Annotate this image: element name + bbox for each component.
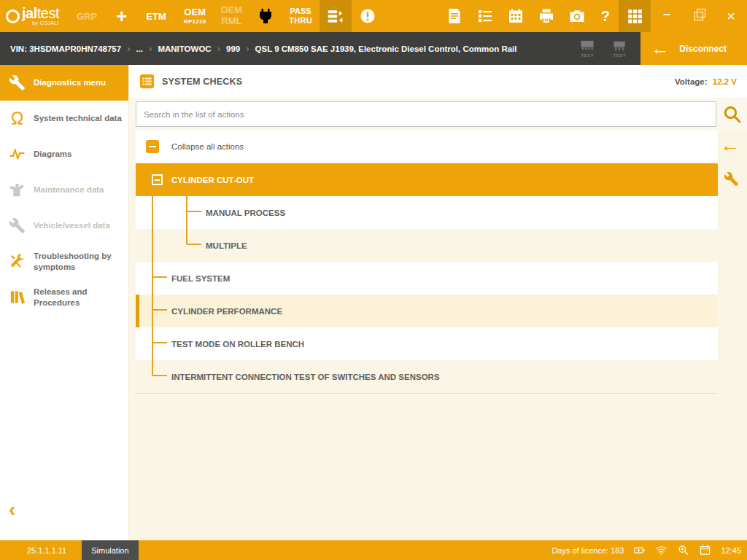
grp-button[interactable]: GRP — [66, 0, 107, 32]
crossed-tools-icon — [7, 253, 27, 270]
wifi-icon[interactable] — [655, 544, 667, 556]
search-icon[interactable] — [716, 104, 747, 125]
camera-icon[interactable] — [562, 0, 592, 32]
action-row-cylinder-performance[interactable]: CYLINDER PERFORMANCE — [136, 295, 718, 327]
collapse-node-icon[interactable] — [152, 174, 163, 185]
breadcrumb-separator: › — [149, 43, 152, 54]
section-header: SYSTEM CHECKS Voltage: 12.2 V — [129, 65, 747, 98]
main-panel: SYSTEM CHECKS Voltage: 12.2 V Collapse a… — [129, 65, 747, 540]
window-controls: – × — [651, 0, 747, 32]
voltage-indicator: Voltage: 12.2 V — [675, 77, 737, 86]
action-row-test-mode-on-roller-bench[interactable]: TEST MODE ON ROLLER BENCH — [136, 327, 718, 360]
report-icon[interactable] — [439, 0, 470, 32]
minimize-icon: – — [663, 7, 670, 26]
restore-icon — [694, 12, 703, 20]
collapse-all-actions[interactable]: Collapse all actions — [136, 131, 718, 163]
breadcrumb-system[interactable]: QSL 9 CM850 SAE J1939, Electronic Diesel… — [255, 44, 517, 53]
sidebar-collapse-chevron[interactable]: ‹ — [9, 499, 15, 520]
minimize-button[interactable]: – — [651, 0, 683, 32]
brand-name: jaltest — [22, 6, 59, 20]
printer-icon[interactable] — [531, 0, 562, 32]
sidebar-item-releases-and-procedures[interactable]: Releases and Procedures — [0, 279, 128, 315]
sidebar-item-maintenance-data[interactable]: Maintenance data — [0, 172, 128, 208]
brand-subtitle: by COJALI — [32, 21, 59, 26]
pass-thru-button[interactable]: PASS THRU — [282, 0, 320, 32]
content-area: Diagnostics menu System technical data D… — [0, 65, 747, 540]
jaltest-app: jaltest by COJALI GRP + ETM OEM RP1210 O… — [0, 0, 747, 560]
breadcrumb-separator: › — [127, 43, 130, 54]
apps-grid-icon — [626, 7, 644, 26]
diagnostics-connection-icon — [326, 7, 344, 26]
diagnostics-wrench-button[interactable] — [724, 171, 739, 187]
breadcrumb-model[interactable]: 999 — [226, 44, 240, 53]
waveform-icon — [7, 146, 27, 163]
oil-can-icon — [7, 182, 27, 198]
apps-grid-button[interactable] — [619, 0, 651, 32]
disconnect-button[interactable]: ← Disconnect — [640, 32, 747, 65]
breadcrumb-ellipsis[interactable]: ... — [136, 44, 143, 53]
action-row-intermittent-connection-test[interactable]: INTERMITTENT CONNECTION TEST OF SWITCHES… — [136, 360, 718, 394]
oem-rml-button[interactable]: OEM RML — [214, 0, 250, 32]
actions-list: Collapse all actions CYLINDER CUT-OUT MA… — [136, 131, 718, 394]
logo-gear-icon — [6, 9, 20, 23]
search-band — [129, 98, 747, 131]
jaltest-logo[interactable]: jaltest by COJALI — [0, 0, 66, 32]
sidebar-item-vehicle-vessel-data[interactable]: Vehicle/vessel data — [0, 208, 128, 244]
clock-time: 12:45 — [721, 546, 741, 555]
action-row-fuel-system[interactable]: FUEL SYSTEM — [136, 262, 718, 295]
calendar-icon[interactable] — [500, 0, 531, 32]
sidebar: Diagnostics menu System technical data D… — [0, 65, 129, 540]
action-row-multiple[interactable]: MULTIPLE — [136, 229, 718, 262]
battery-status-icon[interactable] — [633, 544, 646, 556]
add-vehicle-button[interactable]: + — [107, 0, 136, 32]
calendar-status-icon[interactable] — [699, 544, 711, 556]
sidebar-item-diagrams[interactable]: Diagrams — [0, 136, 128, 172]
status-bar: 25.1.1.1.11 Simulation Days of licence: … — [0, 540, 747, 560]
toolbar-right-group: ? – × — [439, 0, 747, 32]
wrench-icon — [724, 171, 739, 187]
top-toolbar: jaltest by COJALI GRP + ETM OEM RP1210 O… — [0, 0, 747, 32]
breadcrumb-make[interactable]: MANITOWOC — [158, 44, 211, 53]
version-number: 25.1.1.1.11 — [27, 546, 66, 555]
licence-days: Days of licence: 183 — [551, 546, 624, 555]
simulation-badge: Simulation — [82, 540, 138, 560]
restore-button[interactable] — [683, 0, 715, 32]
collapse-all-icon — [146, 140, 159, 153]
action-row-cylinder-cut-out[interactable]: CYLINDER CUT-OUT — [136, 163, 718, 196]
vehicle-scan-icon[interactable] — [677, 544, 689, 556]
oem-rp1210-button[interactable]: OEM RP1210 — [177, 0, 214, 32]
component-test-icon: TEST — [610, 39, 629, 58]
breadcrumb-bar: VIN: 3HSDMAPR0HN748757 › ... › MANITOWOC… — [0, 32, 747, 65]
vehicle-wrench-icon — [7, 217, 27, 234]
checklist-icon[interactable] — [470, 0, 500, 32]
test-status-group: TEST TEST — [566, 39, 640, 58]
omega-icon — [7, 110, 27, 127]
status-right-group: Days of licence: 183 12:45 — [551, 544, 747, 556]
system-checks-icon — [139, 74, 155, 89]
breadcrumb-separator: › — [246, 43, 249, 54]
search-input[interactable] — [136, 101, 716, 127]
sidebar-item-troubleshooting-by-symptoms[interactable]: Troubleshooting by symptoms — [0, 244, 128, 279]
back-arrow-icon: ← — [651, 39, 669, 58]
breadcrumb-separator: › — [217, 43, 220, 54]
action-row-manual-process[interactable]: MANUAL PROCESS — [136, 196, 718, 229]
etm-button[interactable]: ETM — [136, 0, 176, 32]
breadcrumb-vin[interactable]: VIN: 3HSDMAPR0HN748757 — [10, 44, 121, 53]
system-test-icon: TEST — [578, 39, 597, 58]
fault-info-icon[interactable] — [352, 0, 384, 32]
sidebar-item-system-technical-data[interactable]: System technical data — [0, 101, 128, 136]
back-arrow-button[interactable]: ← — [720, 136, 740, 155]
logo-text: jaltest by COJALI — [22, 6, 59, 26]
voltage-value: 12.2 V — [713, 77, 737, 86]
page-title: SYSTEM CHECKS — [162, 77, 242, 87]
wrench-icon — [7, 74, 27, 91]
books-icon — [7, 289, 27, 306]
diagnostics-connection-button[interactable] — [320, 0, 352, 32]
close-button[interactable]: × — [715, 0, 747, 32]
sidebar-item-diagnostics-menu[interactable]: Diagnostics menu — [0, 65, 128, 101]
help-icon[interactable]: ? — [592, 0, 619, 32]
adapter-icon[interactable] — [249, 0, 282, 32]
